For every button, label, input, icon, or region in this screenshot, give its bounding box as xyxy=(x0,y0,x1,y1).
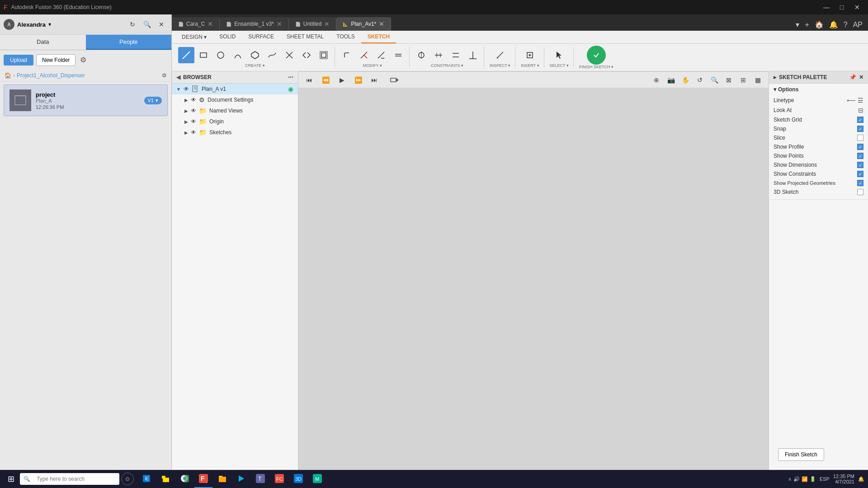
eye-icon[interactable]: 👁 xyxy=(191,97,196,103)
show-points-checkbox[interactable] xyxy=(857,153,863,159)
expand-arrow-icon[interactable]: ▶ xyxy=(184,130,188,135)
parallel-tool[interactable] xyxy=(448,47,464,63)
doc-tab-ensamble[interactable]: 📄 Ensamble_1 v3* ✕ xyxy=(220,17,288,31)
play-start-button[interactable]: ⏮ xyxy=(303,74,316,86)
orbit-button[interactable]: ↺ xyxy=(693,74,706,86)
close-button[interactable]: ✕ xyxy=(850,0,864,14)
new-tab-button[interactable]: + xyxy=(803,19,811,31)
play-prev-button[interactable]: ⏪ xyxy=(319,74,332,86)
sketch-grid-checkbox[interactable] xyxy=(857,117,863,123)
expand-arrow-icon[interactable]: ▶ xyxy=(184,98,188,103)
speaker-icon[interactable]: 🔊 xyxy=(793,476,800,482)
taskbar-app-teams[interactable]: T xyxy=(251,470,269,488)
mirror-tool[interactable] xyxy=(298,47,315,63)
account-button[interactable]: AP xyxy=(851,19,864,31)
breadcrumb-home[interactable]: 🏠 xyxy=(5,72,11,79)
taskbar-clock[interactable]: 12:35 PM 4/7/2021 xyxy=(833,474,854,484)
toolbar-tab-tools[interactable]: TOOLS xyxy=(330,31,361,43)
breadcrumb-gear-icon[interactable]: ⚙ xyxy=(162,72,167,79)
design-dropdown[interactable]: DESIGN ▾ xyxy=(175,31,213,43)
maximize-button[interactable]: □ xyxy=(835,0,849,14)
perpendicular-tool[interactable] xyxy=(465,47,481,63)
tab-data[interactable]: Data xyxy=(0,35,86,50)
taskbar-app-media[interactable] xyxy=(232,470,250,488)
fit-button[interactable]: ⊠ xyxy=(722,74,735,86)
expand-arrow-icon[interactable]: ▶ xyxy=(184,108,188,113)
taskbar-app-fusion[interactable]: F xyxy=(194,470,212,488)
browser-item-plan[interactable]: ▼ 👁 Plan_A v1 ◉ xyxy=(172,84,298,94)
coincident-tool[interactable] xyxy=(413,47,429,63)
eye-icon[interactable]: 👁 xyxy=(184,86,189,92)
browser-menu-icon[interactable]: ⋯ xyxy=(288,74,293,80)
browser-item-origin[interactable]: ▶ 👁 📁 Origin xyxy=(172,116,298,127)
doc-tab-cara[interactable]: 📄 Cara_C ✕ xyxy=(172,17,220,31)
version-badge[interactable]: V1 ▾ xyxy=(144,97,162,104)
eye-icon[interactable]: 👁 xyxy=(191,118,196,125)
show-profile-checkbox[interactable] xyxy=(857,144,863,150)
browser-item-doc-settings[interactable]: ▶ 👁 ⚙ Document Settings xyxy=(172,94,298,105)
trim-tool[interactable] xyxy=(281,47,297,63)
taskbar-expand-icon[interactable]: ∧ xyxy=(788,476,792,482)
display-button[interactable]: ▦ xyxy=(751,74,764,86)
linetype-icon1[interactable]: ⟵ xyxy=(847,97,856,104)
toolbar-tab-solid[interactable]: SOLID xyxy=(213,31,242,43)
toolbar-tab-surface[interactable]: SURFACE xyxy=(242,31,280,43)
tab-close-icon[interactable]: ✕ xyxy=(277,20,282,28)
offset-tool[interactable] xyxy=(316,47,332,63)
view-select-button[interactable]: ⊕ xyxy=(650,74,663,86)
fillet-tool[interactable] xyxy=(339,47,355,63)
network-icon[interactable]: 📶 xyxy=(802,476,808,482)
slice-checkbox[interactable] xyxy=(857,135,863,141)
taskbar-app-explorer[interactable]: IE xyxy=(137,470,156,488)
spline-tool[interactable] xyxy=(264,47,280,63)
rectangle-tool[interactable] xyxy=(195,47,212,63)
snap-checkbox[interactable] xyxy=(857,126,863,132)
settings-button[interactable]: ⚙ xyxy=(78,54,88,66)
browser-item-named-views[interactable]: ▶ 👁 📁 Named Views xyxy=(172,105,298,116)
lang-indicator[interactable]: ESP xyxy=(820,476,830,482)
linetype-icon2[interactable]: ☰ xyxy=(858,97,863,104)
taskbar-app-files[interactable] xyxy=(156,470,175,488)
grid-button[interactable]: ⊞ xyxy=(737,74,750,86)
user-info[interactable]: A Alexandra ▾ xyxy=(4,19,51,30)
show-constraints-checkbox[interactable] xyxy=(857,171,863,177)
toolbar-tab-sketch[interactable]: SKETCH xyxy=(361,31,396,43)
insert-tool[interactable] xyxy=(522,47,538,63)
animation-tool[interactable] xyxy=(388,74,401,86)
circle-tool[interactable] xyxy=(212,47,229,63)
taskbar-app-chrome[interactable] xyxy=(175,470,193,488)
cortana-button[interactable]: ⊙ xyxy=(121,473,134,485)
measure-tool[interactable] xyxy=(492,47,508,63)
taskbar-search-box[interactable]: 🔍 xyxy=(20,473,119,485)
3d-sketch-checkbox[interactable] xyxy=(857,189,863,195)
doc-tab-plan-av1[interactable]: 📐 Plan_Av1* ✕ xyxy=(336,17,391,31)
play-button[interactable]: ▶ xyxy=(335,74,348,86)
new-folder-button[interactable]: New Folder xyxy=(36,54,75,66)
finish-sketch-toolbar-button[interactable] xyxy=(587,46,606,65)
search-button[interactable]: 🔍 xyxy=(141,18,153,31)
options-section-title[interactable]: ▾ Options xyxy=(774,86,863,93)
help-button[interactable]: ? xyxy=(842,19,849,31)
taskbar-search-input[interactable] xyxy=(32,474,113,484)
browser-item-sketches[interactable]: ▶ 👁 📁 Sketches xyxy=(172,127,298,138)
doc-tab-untitled[interactable]: 📄 Untitled ✕ xyxy=(289,17,337,31)
browser-collapse-icon[interactable]: ◀ xyxy=(176,74,180,80)
camera-button[interactable]: 📷 xyxy=(665,74,677,86)
zoom-button[interactable]: 🔍 xyxy=(708,74,721,86)
upload-button[interactable]: Upload xyxy=(4,55,33,66)
taskbar-app-freecad[interactable]: FC xyxy=(270,470,288,488)
line-tool[interactable] xyxy=(178,47,194,63)
tab-close-icon[interactable]: ✕ xyxy=(208,20,213,28)
breadcrumb-project[interactable]: Project1_Alcohol_Dispenser xyxy=(17,72,85,79)
expand-arrow-icon[interactable]: ▶ xyxy=(184,119,188,124)
look-at-icon[interactable]: ⊟ xyxy=(858,107,863,114)
eye-icon[interactable]: 👁 xyxy=(191,129,196,136)
eye-icon[interactable]: 👁 xyxy=(191,108,196,114)
battery-icon[interactable]: 🔋 xyxy=(810,476,816,482)
close-panel-button[interactable]: ✕ xyxy=(155,18,168,31)
toolbar-tab-sheet-metal[interactable]: SHEET METAL xyxy=(280,31,330,43)
palette-collapse-icon[interactable]: ▸ xyxy=(774,74,776,80)
equal-tool[interactable] xyxy=(390,47,406,63)
arc-tool[interactable] xyxy=(230,47,246,63)
play-next-button[interactable]: ⏩ xyxy=(352,74,364,86)
